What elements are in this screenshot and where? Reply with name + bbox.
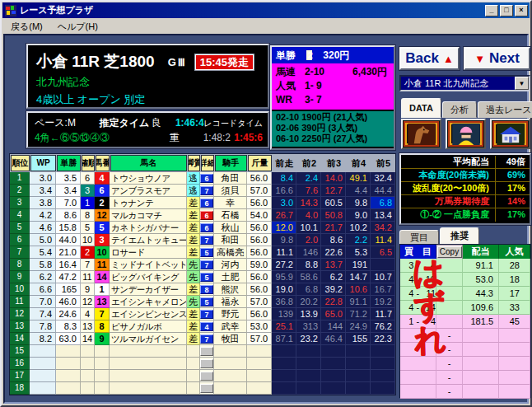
bet-row[interactable]: - <box>400 329 530 343</box>
jockey-cell <box>214 358 247 370</box>
detail-button[interactable] <box>200 372 213 381</box>
column-header: 馬名 <box>110 155 187 171</box>
table-row[interactable]: 13.03.564トウショウノア逃6角田56.08.42.414.049.132… <box>10 172 395 185</box>
heavy-time: 1:48:2 <box>188 132 231 143</box>
umaban-cell: 1 <box>95 283 110 296</box>
table-row[interactable]: 96.247.21114ビッグバイキング先5土肥56.095.958.66.21… <box>10 271 395 283</box>
copy-button[interactable]: Copy <box>437 246 462 258</box>
tab-data[interactable]: DATA <box>401 98 441 118</box>
tab-pastrace[interactable]: 過去レース <box>478 101 532 118</box>
table-row-empty: 16 <box>10 358 395 370</box>
maximize-button[interactable]: □ <box>500 5 513 16</box>
confirm-rank-cell: 10 <box>81 234 95 246</box>
dropdown-arrow-icon[interactable]: ▼ <box>515 77 529 90</box>
horse-name-cell: テイエムトッキュー <box>110 234 187 246</box>
table-row[interactable]: 85.816.4711ミッドナイトベット先7河内59.027.28.813.71… <box>10 259 395 271</box>
table-row[interactable]: 137.88.3138ピサノガルボ差4武幸53.025.131314424.97… <box>10 320 395 333</box>
bet-tab-kaime[interactable]: 買目 <box>399 230 439 245</box>
weight-cell: 56.0 <box>247 197 272 209</box>
detail-button[interactable] <box>200 359 213 368</box>
history-cell <box>371 358 395 370</box>
table-row[interactable]: 75.421.0210ロサード差5高橋亮56.011.114622.65.36.… <box>10 246 395 259</box>
detail-button[interactable]: 5 <box>200 273 213 282</box>
bet-row[interactable]: 4-1053.018 <box>400 273 530 287</box>
history-cell: 2.2 <box>346 234 371 246</box>
bet-row[interactable]: 4-14109.633 <box>400 301 530 315</box>
bet-row[interactable]: 3-491.128 <box>400 259 530 273</box>
bet-row[interactable]: - <box>400 385 530 399</box>
minimize-button[interactable]: _ <box>485 5 498 16</box>
detail-button[interactable] <box>200 384 213 393</box>
history-cell: 39.2 <box>321 283 346 296</box>
back-button[interactable]: Back ▲ <box>399 47 460 70</box>
jockey-cell <box>214 345 247 358</box>
odds-cell: 47.2 <box>56 271 81 283</box>
detail-button[interactable] <box>200 347 213 356</box>
table-row[interactable]: 127.424.647エイシンビンセンス差7野元56.013913.965.07… <box>10 308 395 320</box>
running-style-cell: 差 <box>187 234 200 246</box>
horse-name-cell: サンデーカイザー <box>110 283 187 296</box>
bet-row[interactable]: - <box>400 357 530 371</box>
umaban-cell: 4 <box>95 172 110 185</box>
detail-button[interactable]: 6 <box>200 174 213 183</box>
bet-row[interactable]: - <box>400 371 530 385</box>
history-cell: 19.2 <box>371 296 395 308</box>
close-button[interactable]: × <box>515 5 528 16</box>
history-cell: 4.4 <box>346 185 371 197</box>
jockey-cell: 武幸 <box>214 320 247 333</box>
table-row[interactable]: 65.044.0103テイエムトッキュー差7和田56.09.82.08.62.2… <box>10 234 395 246</box>
detail-button[interactable]: 6 <box>200 223 213 232</box>
confirm-rank-cell: 6 <box>81 172 95 185</box>
app-icon <box>5 5 16 16</box>
table-row[interactable]: 54.615.855カネトシガバナー差6秋山56.012.010.121.710… <box>10 222 395 234</box>
horse-name-cell: ミッドナイトベット <box>110 259 187 271</box>
detail-button[interactable]: 6 <box>200 199 213 208</box>
detail-button[interactable]: 7 <box>200 236 213 245</box>
odds-cell: 44.0 <box>56 234 81 246</box>
bet-ninki-cell: 45 <box>499 315 530 329</box>
detail-button[interactable]: 7 <box>200 334 213 344</box>
race-info-panel: 小倉 11R 芝1800 GⅢ 15:45発走 北九州記念 4歳以上 オープン … <box>26 44 269 109</box>
detail-button[interactable]: 7 <box>200 186 213 195</box>
jockey-data-button[interactable] <box>446 119 486 149</box>
table-row[interactable]: 117.046.01213エイシンキャメロン先5福永57.036.820.222… <box>10 296 395 308</box>
detail-button[interactable]: 8 <box>200 285 213 294</box>
stable-icon <box>492 121 528 147</box>
stat-row: ①-② 一点勝負度17% <box>401 208 530 222</box>
result-row-label: WR <box>272 93 305 107</box>
bet-table-header: 買 目Copy配当人気 <box>400 245 530 259</box>
bet-row[interactable]: - <box>400 343 530 357</box>
menu-item-back[interactable]: 戻る(M) <box>3 19 50 35</box>
rank-cell: 14 <box>10 333 30 345</box>
payout-block: 02-10 1900円 (21人気)02-06 390円 (3人気)06-10 … <box>272 111 394 147</box>
client-area: 小倉 11R 芝1800 GⅢ 15:45発走 北九州記念 4歳以上 オープン … <box>3 34 529 404</box>
table-row-empty: 15 <box>10 345 395 358</box>
table-row[interactable]: 33.87.012トゥナンテ差6幸56.03.014.360.59.86.8 <box>10 197 395 209</box>
horse-data-button[interactable] <box>401 119 441 149</box>
bet-tab-bar: 買目推奨 <box>399 227 480 245</box>
weight-cell <box>247 370 272 382</box>
table-row[interactable]: 44.28.6812マルカコマチ差6石橋54.026.74.050.89.013… <box>10 209 395 222</box>
bet-row[interactable]: 4-1144.317 <box>400 287 530 301</box>
tab-analysis[interactable]: 分析 <box>442 101 477 118</box>
table-row[interactable]: 148.263.0149ツルマルガイセン差7牧田57.087.123.246.4… <box>10 333 395 345</box>
race-selector[interactable]: 小倉 11R 北九州記念 ▼ <box>399 75 530 91</box>
detail-button[interactable]: 4 <box>200 322 213 331</box>
going-heavy-label: 重 <box>170 131 188 145</box>
jockey-cell: 和田 <box>214 234 247 246</box>
stable-data-button[interactable] <box>490 119 530 149</box>
table-row[interactable]: 23.43.436アンブラスモア逃7須貝57.016.67.612.74.444… <box>10 185 395 197</box>
detail-button[interactable]: 5 <box>200 297 213 306</box>
detail-button[interactable]: 7 <box>200 310 213 319</box>
next-button[interactable]: ▼ Next <box>464 47 530 70</box>
detail-button[interactable]: 5 <box>200 248 213 257</box>
table-row[interactable]: 106.616591サンデーカイザー差8熊沢56.019.06.839.210.… <box>10 283 395 296</box>
menu-item-help[interactable]: ヘルプ(H) <box>50 19 105 35</box>
rank-cell: 5 <box>10 222 30 234</box>
history-cell: 6.2 <box>321 271 346 283</box>
detail-button[interactable]: 6 <box>200 211 213 220</box>
jockey-cell: 福永 <box>214 296 247 308</box>
detail-button[interactable]: 7 <box>200 260 213 269</box>
bet-row[interactable]: 1-4181.545 <box>400 315 530 329</box>
bet-tab-suisho[interactable]: 推奨 <box>440 227 479 245</box>
